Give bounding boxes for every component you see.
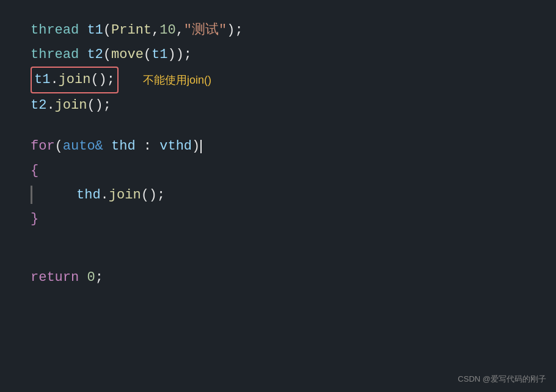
- code-line-9: }: [31, 207, 525, 231]
- highlighted-t1-join: t1.join();: [31, 67, 119, 93]
- keyword-for: for: [31, 134, 55, 159]
- close-brace: }: [31, 207, 38, 231]
- str-test: "测试": [184, 18, 227, 43]
- keyword-thread: thread: [31, 18, 79, 43]
- code-line-1: thread t1 ( Print , 10 , "测试" );: [31, 18, 525, 43]
- keyword-auto: auto&: [63, 134, 103, 159]
- cursor: [200, 140, 202, 153]
- var-t2: t2: [87, 43, 103, 67]
- code-line-5: [31, 117, 525, 134]
- code-line-11: [31, 249, 525, 266]
- var-vthd: vthd: [159, 134, 192, 159]
- num-10: 10: [159, 18, 175, 43]
- fn-move: move: [111, 43, 144, 67]
- block-bar: [31, 186, 32, 204]
- code-line-3: t1.join(); 不能使用join(): [31, 67, 525, 93]
- var-t2b: t2: [31, 93, 46, 118]
- var-t1: t1: [87, 18, 103, 43]
- fn-print: Print: [111, 18, 152, 43]
- code-line-6: for ( auto& thd : vthd ): [31, 134, 525, 159]
- code-line-4: t2 . join ();: [31, 93, 525, 118]
- keyword-thread2: thread: [31, 43, 79, 67]
- code-line-2: thread t2 ( move ( t1 ));: [31, 43, 525, 67]
- fn-join-thd: join: [109, 183, 141, 208]
- fn-join-t2: join: [55, 93, 87, 118]
- keyword-return: return: [31, 266, 79, 290]
- var-t1b: t1: [152, 43, 167, 67]
- annotation-no-join: 不能使用join(): [143, 70, 211, 90]
- code-block: thread t1 ( Print , 10 , "测试" ); thread …: [0, 0, 556, 308]
- watermark: CSDN @爱写代码的刚子: [458, 374, 546, 385]
- var-thd2: thd: [76, 183, 101, 208]
- open-brace: {: [31, 159, 38, 183]
- code-line-12: return 0 ;: [31, 266, 525, 290]
- code-line-8: thd . join ();: [31, 183, 525, 208]
- code-line-10: [31, 231, 525, 249]
- var-thd: thd: [111, 134, 136, 159]
- num-0: 0: [87, 266, 95, 290]
- code-line-7: {: [31, 159, 525, 183]
